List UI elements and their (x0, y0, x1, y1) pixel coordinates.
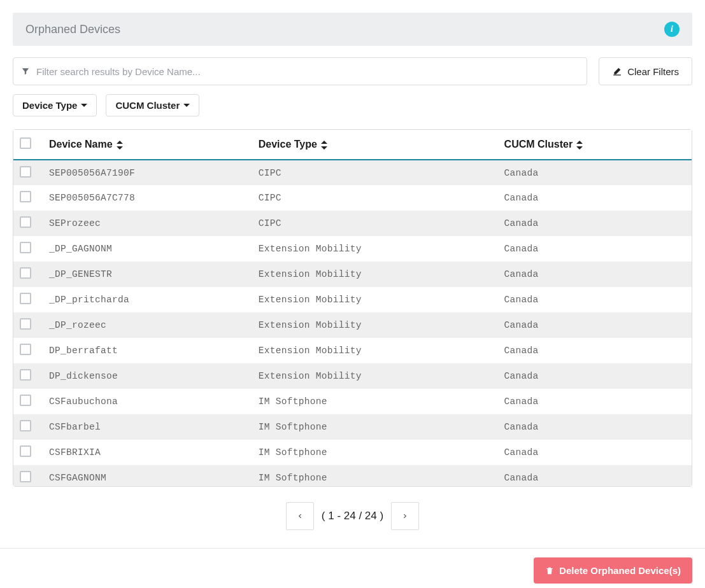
cell-device-type: CIPC (252, 211, 498, 236)
next-page-button[interactable] (391, 502, 419, 530)
col-cucm-cluster[interactable]: CUCM Cluster (498, 130, 692, 160)
row-checkbox[interactable] (20, 318, 31, 330)
cell-device-name: CSFbarbel (43, 414, 252, 440)
filter-dropdowns: Device Type CUCM Cluster (13, 94, 692, 116)
cell-cucm-cluster: Canada (498, 414, 692, 440)
table-row[interactable]: _DP_pritchardaExtension MobilityCanada (13, 287, 692, 312)
clear-filters-label: Clear Filters (627, 66, 679, 77)
cell-device-name: CSFBRIXIA (43, 440, 252, 465)
cell-device-type: Extension Mobility (252, 287, 498, 312)
chevron-left-icon (297, 512, 303, 521)
prev-page-button[interactable] (286, 502, 314, 530)
cell-device-type: Extension Mobility (252, 312, 498, 338)
cucm-cluster-label: CUCM Cluster (115, 100, 180, 111)
page-title: Orphaned Devices (25, 23, 120, 36)
row-checkbox[interactable] (20, 420, 31, 431)
cell-device-name: SEProzeec (43, 211, 252, 236)
cell-device-name: _DP_rozeec (43, 312, 252, 338)
cell-device-type: Extension Mobility (252, 338, 498, 363)
caret-down-icon (81, 104, 87, 107)
row-checkbox[interactable] (20, 242, 31, 253)
row-checkbox[interactable] (20, 293, 31, 304)
search-input[interactable] (30, 66, 579, 77)
trash-icon (545, 566, 554, 575)
pagination: ( 1 - 24 / 24 ) (0, 502, 705, 530)
cell-device-type: CIPC (252, 160, 498, 185)
cell-device-type: Extension Mobility (252, 236, 498, 262)
table-row[interactable]: CSFGAGNONMIM SoftphoneCanada (13, 465, 692, 486)
cell-device-name: SEP005056A7190F (43, 160, 252, 185)
info-icon[interactable]: i (664, 22, 680, 37)
sort-icon (321, 141, 327, 150)
select-all-checkbox[interactable] (20, 137, 31, 149)
devices-table: Device Name Device Type CUCM Cluster SEP… (13, 130, 692, 486)
page-range-label: ( 1 - 24 / 24 ) (322, 510, 383, 522)
cell-device-name: _DP_pritcharda (43, 287, 252, 312)
clear-filters-button[interactable]: Clear Filters (599, 57, 692, 85)
delete-button-label: Delete Orphaned Device(s) (559, 565, 681, 576)
col-device-type[interactable]: Device Type (252, 130, 498, 160)
cell-cucm-cluster: Canada (498, 236, 692, 262)
cell-device-type: Extension Mobility (252, 363, 498, 389)
device-type-label: Device Type (22, 100, 77, 111)
sort-icon (117, 141, 123, 150)
table-row[interactable]: _DP_GENESTRExtension MobilityCanada (13, 262, 692, 287)
chevron-right-icon (402, 512, 408, 521)
sort-icon (576, 141, 583, 150)
table-row[interactable]: DP_dickensoeExtension MobilityCanada (13, 363, 692, 389)
cell-cucm-cluster: Canada (498, 211, 692, 236)
cell-device-name: DP_berrafatt (43, 338, 252, 363)
cell-cucm-cluster: Canada (498, 440, 692, 465)
cell-cucm-cluster: Canada (498, 262, 692, 287)
cell-device-name: CSFGAGNONM (43, 465, 252, 486)
table-row[interactable]: _DP_GAGNONMExtension MobilityCanada (13, 236, 692, 262)
row-checkbox[interactable] (20, 471, 31, 482)
cell-cucm-cluster: Canada (498, 363, 692, 389)
cell-device-type: IM Softphone (252, 440, 498, 465)
cell-cucm-cluster: Canada (498, 389, 692, 414)
row-checkbox[interactable] (20, 395, 31, 406)
row-checkbox[interactable] (20, 191, 31, 202)
table-row[interactable]: CSFbarbelIM SoftphoneCanada (13, 414, 692, 440)
table-row[interactable]: SEP005056A7C778CIPCCanada (13, 185, 692, 211)
cell-device-name: CSFaubuchona (43, 389, 252, 414)
cell-cucm-cluster: Canada (498, 160, 692, 185)
delete-orphaned-button[interactable]: Delete Orphaned Device(s) (534, 557, 692, 584)
row-checkbox[interactable] (20, 166, 31, 178)
cell-cucm-cluster: Canada (498, 465, 692, 486)
cell-device-type: IM Softphone (252, 389, 498, 414)
table-row[interactable]: CSFBRIXIAIM SoftphoneCanada (13, 440, 692, 465)
cell-device-name: SEP005056A7C778 (43, 185, 252, 211)
cell-device-name: _DP_GAGNONM (43, 236, 252, 262)
row-checkbox[interactable] (20, 267, 31, 279)
row-checkbox[interactable] (20, 445, 31, 457)
row-checkbox[interactable] (20, 216, 31, 228)
filter-bar: Clear Filters (13, 57, 692, 85)
eraser-icon (612, 67, 622, 76)
cell-device-name: _DP_GENESTR (43, 262, 252, 287)
table-row[interactable]: CSFaubuchonaIM SoftphoneCanada (13, 389, 692, 414)
cell-device-type: CIPC (252, 185, 498, 211)
table-row[interactable]: SEP005056A7190FCIPCCanada (13, 160, 692, 185)
cell-device-type: IM Softphone (252, 414, 498, 440)
cell-device-type: Extension Mobility (252, 262, 498, 287)
table-row[interactable]: _DP_rozeecExtension MobilityCanada (13, 312, 692, 338)
cell-cucm-cluster: Canada (498, 338, 692, 363)
table-row[interactable]: DP_berrafattExtension MobilityCanada (13, 338, 692, 363)
device-type-dropdown[interactable]: Device Type (13, 94, 97, 116)
table-scroll-region[interactable]: Device Name Device Type CUCM Cluster SEP… (13, 130, 692, 486)
row-checkbox[interactable] (20, 344, 31, 355)
cell-device-type: IM Softphone (252, 465, 498, 486)
results-table-container: Device Name Device Type CUCM Cluster SEP… (13, 129, 692, 487)
cell-cucm-cluster: Canada (498, 185, 692, 211)
cucm-cluster-dropdown[interactable]: CUCM Cluster (106, 94, 199, 116)
footer-bar: Delete Orphaned Device(s) (0, 548, 705, 588)
search-field-wrapper[interactable] (13, 57, 587, 85)
cell-cucm-cluster: Canada (498, 312, 692, 338)
cell-cucm-cluster: Canada (498, 287, 692, 312)
table-row[interactable]: SEProzeecCIPCCanada (13, 211, 692, 236)
col-device-name[interactable]: Device Name (43, 130, 252, 160)
page-header: Orphaned Devices i (13, 13, 692, 46)
row-checkbox[interactable] (20, 369, 31, 381)
filter-icon (21, 67, 30, 76)
